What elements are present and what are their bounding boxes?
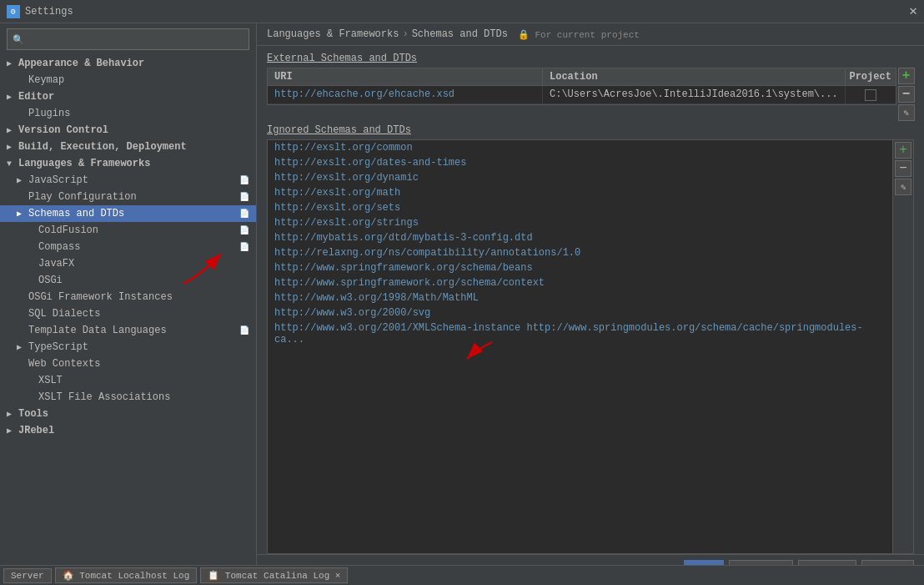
list-item[interactable]: http://exslt.org/common	[268, 140, 892, 155]
sidebar-label-keymap: Keymap	[28, 74, 64, 86]
breadcrumb: Languages & Frameworks › Schemas and DTD…	[257, 23, 924, 46]
sidebar-item-xslt[interactable]: XSLT	[0, 372, 256, 389]
nav-tree: Appearance & Behavior Keymap Editor Plug…	[0, 55, 256, 585]
close-button[interactable]: ✕	[909, 5, 917, 18]
sidebar-item-languages[interactable]: Languages & Frameworks	[0, 155, 256, 172]
sidebar-item-appearance[interactable]: Appearance & Behavior	[0, 55, 256, 72]
external-edit-button[interactable]: ✎	[898, 104, 915, 121]
main-layout: 🔍 Appearance & Behavior Keymap Editor Pl…	[0, 23, 924, 585]
list-item[interactable]: http://exslt.org/dates-and-times	[268, 155, 892, 170]
arrow-spacer	[17, 109, 25, 119]
external-table-wrapper: URI Location Project http://ehcache.org/…	[267, 68, 914, 121]
ignored-add-button[interactable]: +	[895, 142, 911, 159]
list-item[interactable]: http://exslt.org/strings	[268, 215, 892, 230]
sidebar-item-xslt-file[interactable]: XSLT File Associations	[0, 389, 256, 406]
search-icon: 🔍	[13, 34, 24, 45]
arrow-icon	[7, 125, 15, 135]
sidebar-item-typescript[interactable]: TypeScript	[0, 339, 256, 356]
sidebar-label-schemas: Schemas and DTDs	[28, 208, 124, 219]
sidebar-item-javafx[interactable]: JavaFX	[0, 255, 256, 272]
sidebar-item-schemas[interactable]: Schemas and DTDs 📄	[0, 205, 256, 222]
list-item[interactable]: http://exslt.org/sets	[268, 200, 892, 215]
taskbar: Server 🏠 Tomcat Localhost Log 📋 Tomcat C…	[0, 565, 924, 585]
list-item[interactable]: http://www.w3.org/2000/svg	[268, 305, 892, 320]
sidebar-item-coldfusion[interactable]: ColdFusion 📄	[0, 222, 256, 239]
list-item[interactable]: http://exslt.org/math	[268, 185, 892, 200]
table-row[interactable]: http://ehcache.org/ehcache.xsd C:\Users\…	[268, 86, 896, 104]
arrow-spacer	[17, 326, 25, 335]
taskbar-tab-server[interactable]: Server	[3, 568, 52, 583]
ignored-remove-button[interactable]: −	[895, 160, 911, 177]
sidebar-label-typescript: TypeScript	[28, 341, 88, 353]
taskbar-tab-localhost[interactable]: 🏠 Tomcat Localhost Log	[55, 567, 198, 583]
project-checkbox[interactable]	[865, 89, 876, 101]
row-uri: http://ehcache.org/ehcache.xsd	[268, 86, 543, 103]
list-item[interactable]: http://www.w3.org/1998/Math/MathML	[268, 290, 892, 305]
arrow-spacer	[17, 193, 25, 202]
title-bar: ⚙ Settings ✕	[0, 0, 924, 23]
sidebar-item-osgi-framework[interactable]: OSGi Framework Instances	[0, 289, 256, 305]
list-item[interactable]: http://www.w3.org/2001/XMLSchema-instanc…	[268, 320, 892, 347]
external-table-body: http://ehcache.org/ehcache.xsd C:\Users\…	[267, 85, 896, 105]
sidebar-item-version-control[interactable]: Version Control	[0, 122, 256, 139]
list-item[interactable]: http://www.springframework.org/schema/co…	[268, 275, 892, 290]
list-item[interactable]: http://www.springframework.org/schema/be…	[268, 260, 892, 275]
sidebar-label-sql: SQL Dialects	[28, 308, 100, 320]
sidebar-item-template[interactable]: Template Data Languages 📄	[0, 322, 256, 339]
sidebar-item-play[interactable]: Play Configuration 📄	[0, 189, 256, 205]
sidebar-item-compass[interactable]: Compass 📄	[0, 239, 256, 255]
page-icon: 📄	[239, 225, 249, 235]
arrow-spacer	[27, 260, 35, 269]
breadcrumb-note: 🔒 For current project	[518, 29, 640, 40]
sidebar-item-osgi[interactable]: OSGi	[0, 272, 256, 289]
ignored-list[interactable]: http://exslt.org/common http://exslt.org…	[268, 140, 892, 553]
sidebar-label-osgi-framework: OSGi Framework Instances	[28, 291, 173, 303]
sidebar-item-editor[interactable]: Editor	[0, 88, 256, 105]
ignored-edit-button[interactable]: ✎	[895, 179, 911, 195]
sidebar-item-keymap[interactable]: Keymap	[0, 72, 256, 88]
ignored-table-wrapper: http://exslt.org/common http://exslt.org…	[267, 139, 914, 554]
list-item[interactable]: http://mybatis.org/dtd/mybatis-3-config.…	[268, 230, 892, 245]
list-item[interactable]: http://relaxng.org/ns/compatibility/anno…	[268, 245, 892, 260]
arrow-icon	[7, 159, 15, 169]
sidebar-label-plugins: Plugins	[28, 108, 70, 119]
sidebar-label-appearance: Appearance & Behavior	[18, 58, 144, 69]
breadcrumb-sep: ›	[402, 28, 408, 40]
arrow-icon	[17, 175, 25, 185]
arrow-icon	[17, 342, 25, 352]
sidebar-item-jrebel[interactable]: JRebel	[0, 422, 256, 439]
sidebar-label-languages: Languages & Frameworks	[18, 158, 150, 169]
col-header-uri: URI	[268, 68, 543, 85]
title-left: ⚙ Settings	[7, 5, 73, 18]
external-schemas-title: External Schemas and DTDs	[267, 53, 914, 64]
sidebar-label-jrebel: JRebel	[18, 425, 54, 436]
sidebar-label-compass: Compass	[38, 241, 80, 253]
arrow-spacer	[27, 226, 35, 235]
sidebar-item-tools[interactable]: Tools	[0, 406, 256, 422]
sidebar-label-editor: Editor	[18, 91, 54, 103]
external-add-button[interactable]: +	[898, 68, 915, 84]
search-input[interactable]	[28, 33, 244, 45]
sidebar-item-web[interactable]: Web Contexts	[0, 356, 256, 372]
page-icon: 📄	[239, 175, 249, 185]
arrow-spacer	[27, 393, 35, 402]
sidebar-label-xslt-file: XSLT File Associations	[38, 391, 170, 403]
page-icon: 📄	[239, 242, 249, 252]
taskbar-tab-catalina[interactable]: 📋 Tomcat Catalina Log ×	[200, 567, 348, 583]
sidebar-label-javafx: JavaFX	[38, 258, 74, 270]
row-project[interactable]	[846, 86, 896, 103]
arrow-icon	[7, 58, 15, 68]
sidebar-item-build[interactable]: Build, Execution, Deployment	[0, 139, 256, 155]
sidebar-item-javascript[interactable]: JavaScript 📄	[0, 172, 256, 189]
sidebar-label-play: Play Configuration	[28, 191, 137, 203]
sidebar-label-template: Template Data Languages	[28, 325, 167, 336]
sidebar-item-plugins[interactable]: Plugins	[0, 105, 256, 122]
search-box[interactable]: 🔍	[7, 28, 249, 50]
arrow-icon	[7, 409, 15, 419]
sidebar-label-xslt: XSLT	[38, 375, 63, 386]
window-title: Settings	[25, 6, 73, 18]
list-item[interactable]: http://exslt.org/dynamic	[268, 170, 892, 185]
sidebar-item-sql[interactable]: SQL Dialects	[0, 305, 256, 322]
sidebar-label-javascript: JavaScript	[28, 174, 88, 186]
external-remove-button[interactable]: −	[898, 86, 915, 103]
